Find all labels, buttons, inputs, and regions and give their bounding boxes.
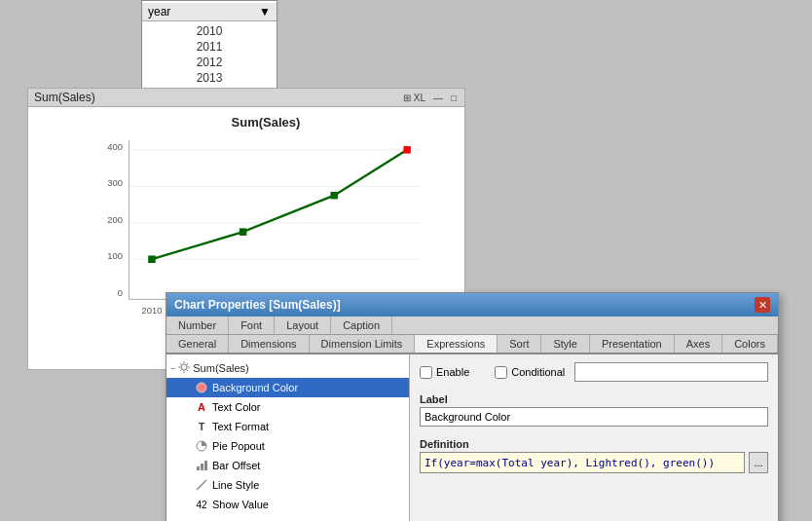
year-item[interactable]: 2012 — [142, 55, 277, 70]
svg-text:400: 400 — [107, 142, 123, 152]
year-item[interactable]: 2010 — [142, 23, 277, 39]
tree-item-icon: T — [194, 419, 209, 434]
chart-title: Sum(Sales) — [77, 115, 455, 130]
svg-rect-14 — [330, 192, 337, 199]
enable-checkbox-label[interactable]: Enable — [420, 366, 469, 379]
definition-input[interactable] — [420, 452, 745, 473]
dialog-content: − Sum(Sales) Background ColorAText Color… — [166, 354, 778, 521]
tree-root-label: Sum(Sales) — [193, 362, 248, 374]
tree-item[interactable]: Line Style — [166, 475, 409, 495]
year-item[interactable]: 2013 — [142, 70, 277, 86]
tab-presentation[interactable]: Presentation — [590, 335, 675, 353]
dialog-close-button[interactable]: ✕ — [755, 297, 770, 313]
tree-item-label: Bar Offset — [212, 460, 260, 471]
svg-rect-20 — [201, 464, 203, 470]
tree-panel: − Sum(Sales) Background ColorAText Color… — [166, 354, 410, 521]
year-item[interactable]: 2011 — [142, 39, 277, 55]
tab-layout[interactable]: Layout — [275, 316, 331, 334]
chart-window-title: Sum(Sales) — [34, 91, 95, 104]
svg-rect-19 — [197, 466, 200, 470]
tab-colors[interactable]: Colors — [722, 335, 778, 353]
tree-children: Background ColorAText ColorTText FormatP… — [166, 378, 409, 514]
tab-number[interactable]: Number — [166, 316, 229, 334]
svg-text:300: 300 — [107, 178, 123, 188]
definition-ellipsis-btn[interactable]: ... — [749, 452, 768, 473]
dialog-tabs-row1: Number Font Layout Caption — [166, 316, 778, 335]
chart-xl-btn[interactable]: ⊞ XL — [401, 93, 427, 103]
enable-label: Enable — [436, 366, 469, 378]
year-list: 2010201120122013 — [142, 21, 277, 88]
tab-expressions[interactable]: Expressions — [415, 335, 498, 353]
dialog-titlebar: Chart Properties [Sum(Sales)] ✕ — [166, 293, 778, 316]
tree-item[interactable]: AText Color — [166, 397, 409, 417]
dialog-title: Chart Properties [Sum(Sales)] — [174, 298, 341, 312]
conditional-label: Conditional — [511, 366, 565, 378]
tree-item-icon — [194, 458, 209, 473]
svg-line-22 — [197, 480, 206, 490]
svg-point-17 — [197, 383, 206, 392]
enable-row: Enable Conditional — [420, 362, 768, 382]
tree-item-label: Text Color — [212, 401, 261, 413]
definition-section: Definition ... — [420, 434, 768, 473]
definition-row: ... — [420, 452, 768, 473]
label-input[interactable] — [420, 407, 768, 427]
tree-item-label: Show Value — [212, 499, 269, 510]
tree-item-label: Text Format — [212, 421, 269, 432]
tab-style[interactable]: Style — [541, 335, 589, 353]
svg-rect-12 — [148, 255, 155, 262]
svg-rect-13 — [240, 228, 246, 235]
tree-item-icon: A — [194, 399, 209, 415]
svg-text:2010: 2010 — [142, 306, 163, 316]
tree-item-label: Line Style — [212, 479, 259, 491]
chart-min-btn[interactable]: — — [431, 93, 445, 103]
year-dropdown-arrow[interactable]: ▼ — [259, 5, 271, 19]
tree-item[interactable]: 42Show Value — [166, 495, 409, 514]
tree-item-icon: 42 — [194, 497, 209, 512]
tab-dimension-limits[interactable]: Dimension Limits — [310, 335, 416, 353]
tree-item[interactable]: TText Format — [166, 417, 409, 436]
tree-item-icon — [194, 477, 209, 493]
tree-root-row[interactable]: − Sum(Sales) — [166, 358, 409, 378]
chart-titlebar: Sum(Sales) ⊞ XL — □ — [28, 89, 464, 107]
tab-font[interactable]: Font — [229, 316, 275, 334]
tab-caption[interactable]: Caption — [331, 316, 392, 334]
tree-item[interactable]: Bar Offset — [166, 456, 409, 475]
tab-dimensions[interactable]: Dimensions — [229, 335, 309, 353]
year-dropdown-title: year — [148, 5, 170, 19]
tab-axes[interactable]: Axes — [675, 335, 722, 353]
year-dropdown-header[interactable]: year ▼ — [142, 3, 277, 21]
tab-sort[interactable]: Sort — [498, 335, 541, 353]
tree-item[interactable]: Pie Popout — [166, 436, 409, 456]
tree-item-label: Pie Popout — [212, 440, 265, 452]
svg-text:0: 0 — [118, 288, 123, 298]
chart-titlebar-controls: ⊞ XL — □ — [401, 93, 459, 103]
chart-properties-dialog: Chart Properties [Sum(Sales)] ✕ Number F… — [166, 292, 779, 521]
tree-icon-sum — [177, 360, 191, 376]
tree-item-icon — [194, 438, 209, 454]
enable-checkbox[interactable] — [420, 366, 432, 379]
conditional-checkbox[interactable] — [495, 366, 507, 379]
props-panel: Enable Conditional Label Definition ... — [410, 354, 778, 521]
tree-item-icon — [194, 380, 209, 395]
label-section: Label — [420, 390, 768, 427]
label-section-title: Label — [420, 393, 768, 405]
svg-rect-15 — [403, 146, 410, 153]
conditional-input[interactable] — [574, 362, 768, 382]
tree-expand-icon[interactable]: − — [170, 363, 175, 373]
svg-text:100: 100 — [107, 251, 123, 261]
definition-section-title: Definition — [420, 438, 768, 450]
tree-item-label: Background Color — [212, 382, 298, 393]
dialog-tabs-row2: General Dimensions Dimension Limits Expr… — [166, 335, 778, 354]
svg-text:200: 200 — [107, 215, 123, 225]
tree-item[interactable]: Background Color — [166, 378, 409, 397]
conditional-checkbox-label[interactable]: Conditional — [495, 366, 565, 379]
svg-point-16 — [181, 364, 187, 370]
year-dropdown[interactable]: year ▼ 2010201120122013 — [141, 0, 277, 91]
chart-max-btn[interactable]: □ — [449, 93, 459, 103]
svg-rect-21 — [204, 461, 207, 470]
tab-general[interactable]: General — [166, 335, 229, 353]
